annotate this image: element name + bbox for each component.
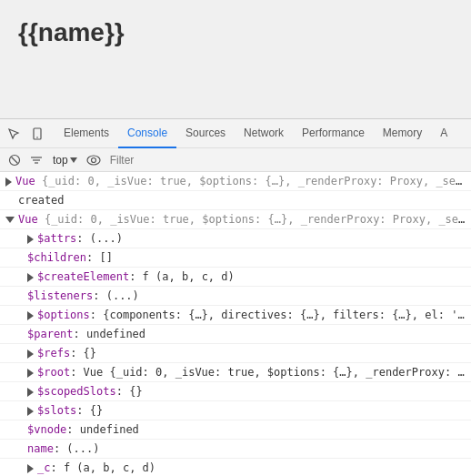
console-line-attrs[interactable]: $attrs: (...) [0, 229, 471, 248]
console-line-slots[interactable]: $slots: {} [0, 401, 471, 420]
arrow-expand-options[interactable] [27, 311, 34, 320]
inspect-element-icon[interactable] [4, 124, 24, 144]
tab-network[interactable]: Network [235, 119, 293, 148]
tab-performance[interactable]: Performance [293, 119, 374, 148]
console-line-scoped-slots[interactable]: $scopedSlots: {} [0, 382, 471, 401]
console-line-vnode: $vnode: undefined [0, 420, 471, 440]
console-line-created: created [0, 191, 471, 210]
clear-console-icon[interactable] [5, 151, 24, 169]
tab-more[interactable]: A [431, 119, 456, 148]
console-line-parent: $parent: undefined [0, 325, 471, 344]
arrow-expand-c[interactable] [27, 464, 34, 473]
show-timestamps-icon[interactable] [85, 151, 103, 169]
arrow-expand-1[interactable] [5, 177, 12, 187]
console-line-children: $children: [] [0, 248, 471, 268]
console-line-create-element[interactable]: $createElement: f (a, b, c, d) [0, 268, 471, 287]
arrow-expand-attrs[interactable] [27, 235, 34, 244]
svg-point-7 [87, 156, 100, 165]
tab-elements[interactable]: Elements [55, 119, 118, 148]
arrow-expand-refs[interactable] [27, 349, 34, 359]
console-line-3[interactable]: Vue {_uid: 0, _isVue: true, $options: {…… [0, 210, 471, 229]
app-title: {{name}} [18, 18, 125, 47]
devtools-icon-buttons [4, 124, 47, 144]
app-preview-area: {{name}} [0, 0, 471, 118]
console-line-root[interactable]: $root: Vue {_uid: 0, _isVue: true, $opti… [0, 363, 471, 382]
console-line-refs[interactable]: $refs: {} [0, 344, 471, 363]
devtools-tabs-bar: Elements Console Sources Network Perform… [0, 119, 471, 148]
tab-console[interactable]: Console [118, 119, 176, 148]
arrow-expand-root[interactable] [27, 369, 34, 378]
console-line-1[interactable]: Vue {_uid: 0, _isVue: true, $options: {…… [0, 172, 471, 191]
tab-memory[interactable]: Memory [374, 119, 431, 148]
device-toggle-icon[interactable] [27, 124, 47, 144]
arrow-expand-scopedslots[interactable] [27, 388, 34, 397]
svg-point-8 [91, 157, 95, 162]
arrow-expand-slots[interactable] [27, 407, 34, 416]
svg-line-3 [12, 157, 18, 163]
console-filter-input[interactable] [106, 152, 466, 168]
console-line-listeners: $listeners: (...) [0, 287, 471, 306]
svg-point-1 [36, 137, 38, 138]
toggle-filter-icon[interactable] [27, 151, 45, 169]
tab-sources[interactable]: Sources [176, 119, 235, 148]
console-line-name: name: (...) [0, 440, 471, 459]
arrow-collapse-3[interactable] [5, 217, 15, 223]
console-output: Vue {_uid: 0, _isVue: true, $options: {…… [0, 172, 471, 476]
arrow-expand-createelement[interactable] [27, 273, 34, 282]
console-toolbar: top [0, 148, 471, 172]
log-level-dropdown[interactable]: top [49, 151, 81, 169]
console-line-options[interactable]: $options: {components: {…}, directives: … [0, 306, 471, 325]
console-line-c[interactable]: _c: f (a, b, c, d) [0, 459, 471, 476]
devtools-panel: Elements Console Sources Network Perform… [0, 118, 471, 476]
